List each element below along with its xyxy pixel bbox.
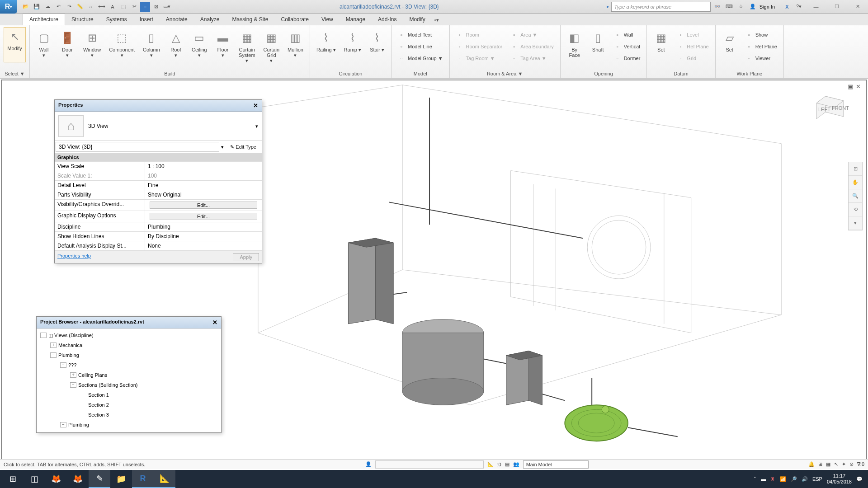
tab-analyze[interactable]: Analyze — [194, 14, 226, 25]
small-modeltext[interactable]: ▫Model Text — [395, 29, 446, 41]
small-wall[interactable]: ▫Wall — [611, 29, 643, 41]
orbit-icon[interactable]: ⟲ — [849, 203, 862, 216]
build-curtain
system[interactable]: ▦Curtain System ▾ — [236, 29, 258, 65]
status-input[interactable] — [375, 460, 484, 469]
circ-stair[interactable]: ⌇Stair ▾ — [367, 29, 387, 54]
circ-railing[interactable]: ⌇Railing ▾ — [314, 29, 339, 54]
filter-icon[interactable]: ∇:0 — [857, 461, 864, 467]
prop-value[interactable]: 1 : 100 — [145, 162, 262, 171]
tab-systems[interactable]: Systems — [100, 14, 133, 25]
fullnav-icon[interactable]: ⊡ — [849, 162, 862, 176]
status-icon[interactable]: 📐 — [487, 461, 494, 467]
tray-lang[interactable]: ESP — [812, 476, 822, 482]
small-refplane[interactable]: ▫Ref Plane — [743, 41, 780, 52]
opening-byface[interactable]: ◧By Face — [564, 29, 585, 60]
build-floor[interactable]: ▬Floor ▾ — [212, 29, 233, 60]
properties-help-link[interactable]: Properties help — [57, 253, 91, 261]
tab-collaborate[interactable]: Collaborate — [275, 14, 315, 25]
view-instance-select[interactable]: 3D View: {3D} — [56, 142, 219, 152]
tree-item[interactable]: Section 1 — [38, 390, 220, 400]
tree-item[interactable]: +Ceiling Plans — [38, 370, 220, 380]
tree-toggle-icon[interactable]: + — [70, 372, 76, 378]
tree-item[interactable]: −Sections (Building Section) — [38, 380, 220, 390]
align-icon[interactable]: ↔ — [86, 2, 96, 12]
small-room[interactable]: ▫Room — [453, 29, 505, 41]
group-graphics[interactable]: Graphics — [55, 153, 262, 162]
build-curtain
grid[interactable]: ▦Curtain Grid ▾ — [261, 29, 282, 65]
tree-item[interactable]: −◫ Views (Discipline) — [38, 330, 220, 340]
circ-ramp[interactable]: ⌇Ramp ▾ — [341, 29, 364, 54]
close-views-icon[interactable]: ⊠ — [151, 2, 161, 12]
measure-icon[interactable]: 📏 — [75, 2, 85, 12]
tab-manage[interactable]: Manage — [340, 14, 372, 25]
section-icon[interactable]: ✂ — [129, 2, 139, 12]
exchange-icon[interactable]: X — [782, 2, 792, 12]
app-icon[interactable]: ✎ — [89, 470, 110, 488]
search-input[interactable]: Type a keyword or phrase — [611, 2, 711, 12]
tray-clock[interactable]: 11:1704/05/2018 — [827, 473, 852, 485]
tray-icon[interactable]: 🔎 — [791, 476, 797, 482]
edit-type-button[interactable]: ✎ Edit Type — [226, 143, 261, 151]
build-door[interactable]: 🚪Door ▾ — [57, 29, 78, 60]
apply-button[interactable]: Apply — [233, 253, 259, 261]
status-icon[interactable]: ▤ — [505, 461, 509, 467]
prop-value[interactable]: None — [145, 241, 262, 250]
build-mullion[interactable]: ▥Mullion ▾ — [285, 29, 306, 60]
explorer-icon[interactable]: 📁 — [110, 470, 132, 488]
tab-view[interactable]: View — [315, 14, 340, 25]
status-icon[interactable]: 👤 — [365, 461, 372, 467]
small-roomseparator[interactable]: ▫Room Separator — [453, 41, 505, 52]
minimize-button[interactable]: — — [806, 0, 826, 14]
prop-value[interactable]: Plumbing — [145, 222, 262, 231]
small-areaboundary[interactable]: ▫Area Boundary — [508, 41, 556, 52]
view-min-icon[interactable]: — — [839, 83, 845, 90]
build-wall[interactable]: ▢Wall ▾ — [33, 29, 54, 60]
status-icon[interactable]: 👥 — [513, 461, 519, 467]
small-vertical[interactable]: ▫Vertical — [611, 41, 643, 52]
view-close-icon[interactable]: ✕ — [856, 83, 861, 90]
tree-toggle-icon[interactable]: − — [50, 352, 57, 358]
tray-icon[interactable]: 📶 — [780, 476, 786, 482]
type-name[interactable]: 3D View — [88, 123, 251, 129]
filter-icon[interactable]: 🔔 — [808, 461, 815, 467]
tab-modify[interactable]: Modify — [403, 14, 431, 25]
prop-value[interactable]: Edit... — [145, 211, 262, 222]
workplane-set[interactable]: ▱Set — [719, 29, 740, 54]
tree-item[interactable]: −Plumbing — [38, 350, 220, 360]
start-button[interactable]: ⊞ — [2, 470, 24, 488]
search-arrow-icon[interactable]: ▸ — [607, 4, 609, 9]
browser-close-icon[interactable]: ✕ — [212, 319, 217, 326]
dim-icon[interactable]: ⟷ — [97, 2, 107, 12]
small-modelgroup[interactable]: ▫Model Group ▼ — [395, 52, 446, 64]
prop-value[interactable]: By Discipline — [145, 232, 262, 241]
prop-value[interactable]: Fine — [145, 181, 262, 190]
small-show[interactable]: ▫Show — [743, 29, 780, 41]
open-icon[interactable]: 📂 — [21, 2, 31, 12]
redo-icon[interactable]: ↷ — [64, 2, 74, 12]
taskview-icon[interactable]: ◫ — [24, 470, 45, 488]
keys-icon[interactable]: ⌨ — [724, 2, 734, 12]
filter-icon[interactable]: ↖ — [834, 461, 838, 467]
tray-icon[interactable]: ▬ — [761, 476, 766, 482]
build-ceiling[interactable]: ▭Ceiling ▾ — [189, 29, 210, 60]
close-button[interactable]: ✕ — [847, 0, 868, 14]
save-icon[interactable]: 💾 — [32, 2, 42, 12]
tree-item[interactable]: Section 2 — [38, 400, 220, 410]
thin-icon[interactable]: ≡ — [140, 2, 150, 12]
small-viewer[interactable]: ▫Viewer — [743, 52, 780, 64]
opening-shaft[interactable]: ▯Shaft — [588, 29, 609, 54]
filter-icon[interactable]: ⊘ — [849, 461, 854, 467]
tree-toggle-icon[interactable]: − — [60, 422, 66, 427]
build-roof[interactable]: △Roof ▾ — [165, 29, 186, 60]
tree-toggle-icon[interactable]: − — [60, 362, 66, 368]
panel-room-label[interactable]: Room & Area ▼ — [453, 69, 557, 78]
build-column[interactable]: ▯Column ▾ — [140, 29, 163, 60]
tab-architecture[interactable]: Architecture — [23, 14, 65, 25]
edit-button[interactable]: Edit... — [150, 202, 257, 209]
type-dropdown-icon[interactable]: ▾ — [255, 123, 258, 129]
sync-icon[interactable]: ☁ — [42, 2, 52, 12]
nav-more-icon[interactable]: ▾ — [849, 216, 862, 230]
datum-set[interactable]: ▦Set — [651, 29, 671, 54]
undo-icon[interactable]: ↶ — [53, 2, 63, 12]
panel-select-label[interactable]: Select ▼ — [4, 69, 26, 78]
